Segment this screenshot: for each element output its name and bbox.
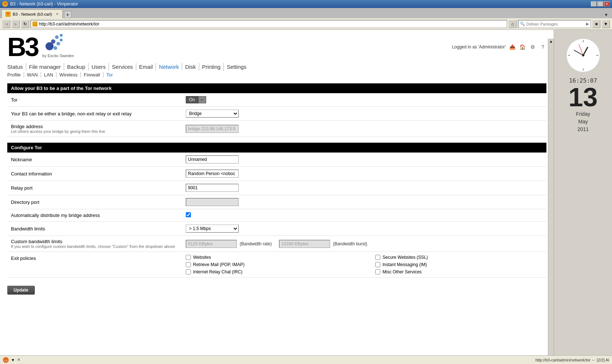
menu-button[interactable]: ▼ <box>602 20 610 28</box>
exit-policy-irc[interactable]: Internet Relay Chat (IRC) <box>186 269 353 274</box>
main-nav: Status File manager Backup Users Service… <box>7 63 546 71</box>
nav-status[interactable]: Status <box>7 63 26 71</box>
svg-point-1 <box>60 34 63 37</box>
subnav-lan[interactable]: LAN <box>41 72 56 78</box>
forward-button[interactable]: ▶ <box>12 20 20 28</box>
nickname-input[interactable] <box>186 155 239 163</box>
reload-button[interactable]: ↻ <box>21 20 29 28</box>
maximize-button[interactable]: □ <box>597 1 603 7</box>
update-button[interactable]: Update <box>7 286 35 294</box>
nav-disk[interactable]: Disk <box>182 63 199 71</box>
contact-row: Contact information <box>7 167 546 181</box>
scroll-up-button[interactable]: ▲ <box>549 39 553 43</box>
home-nav-button[interactable]: 🏠 <box>519 43 526 51</box>
checkbox-im[interactable] <box>375 262 380 267</box>
directory-port-label: Directory port <box>7 195 182 209</box>
svg-point-6 <box>54 46 57 50</box>
relay-port-input[interactable] <box>186 184 239 192</box>
nav-email[interactable]: Email <box>136 63 156 71</box>
sub-nav: Profile WAN LAN Wireless Firewall Tor <box>7 72 546 78</box>
contact-label: Contact information <box>7 167 182 181</box>
content-area: B3 by Excito Sweden Logged <box>0 30 554 355</box>
bandwidth-burst-input[interactable] <box>279 240 330 248</box>
exit-policy-misc[interactable]: Misc Other Services <box>375 269 543 274</box>
search-input[interactable] <box>526 22 585 26</box>
exit-policy-ssl[interactable]: Secure Websites (SSL) <box>375 255 543 260</box>
directory-port-row: Directory port <box>7 195 546 209</box>
clock-month: May <box>576 118 590 126</box>
search-engine-icon: 🔍 <box>520 21 525 26</box>
tab-label: B3 - Network (b3-carl) <box>13 12 52 16</box>
analog-clock <box>565 37 601 74</box>
exit-policy-mail[interactable]: Retrieve Mail (POP, IMAP) <box>186 262 353 267</box>
home-button[interactable]: ⌂ <box>509 20 517 28</box>
excito-logo-group: by Excito Sweden <box>42 33 74 58</box>
nav-services[interactable]: Services <box>109 63 136 71</box>
search-bar[interactable]: 🔍 ▶ <box>518 20 591 28</box>
nav-printing[interactable]: Printing <box>199 63 224 71</box>
custom-bw-label: Custom bandwidth limits <box>11 239 62 244</box>
logged-in-text: Logged in as 'Administrator' <box>452 44 506 50</box>
excito-text: by Excito Sweden <box>42 54 74 58</box>
tor-allow-table: Tor On ← Your B3 can be either a bridge,… <box>7 93 546 137</box>
bridge-address-desc: Let others access your bridge by giving … <box>11 129 178 134</box>
search-submit-icon[interactable]: ▶ <box>586 22 589 26</box>
directory-port-input[interactable] <box>186 198 239 206</box>
auto-distribute-checkbox[interactable] <box>186 212 191 217</box>
subnav-wan[interactable]: WAN <box>24 72 41 78</box>
tab-list-button[interactable]: ▼ <box>602 12 611 18</box>
contact-input[interactable] <box>186 170 239 178</box>
close-button[interactable]: ✕ <box>604 1 610 7</box>
tor-toggle[interactable]: On ← <box>186 96 206 103</box>
exit-policy-websites[interactable]: Websites <box>186 255 353 260</box>
nav-backup[interactable]: Backup <box>64 63 89 71</box>
tor-row: Tor On ← <box>7 93 546 107</box>
tab-close-icon[interactable]: ✕ <box>56 12 59 16</box>
nav-network[interactable]: Network <box>156 63 182 71</box>
tor-toggle-arrow[interactable]: ← <box>198 96 206 103</box>
relay-type-label: Your B3 can be either a bridge, non-exit… <box>7 107 182 121</box>
checkbox-mail[interactable] <box>186 262 191 267</box>
bridge-address-row: Bridge address Let others access your br… <box>7 121 546 137</box>
checkbox-irc[interactable] <box>186 269 191 274</box>
logout-button[interactable]: 📤 <box>509 43 516 51</box>
subnav-wireless[interactable]: Wireless <box>56 72 81 78</box>
section1-header: Allow your B3 to be a part of the Tor ne… <box>7 83 546 93</box>
bandwidth-rate-input[interactable] <box>186 240 237 248</box>
b3-logo: B3 <box>7 34 38 60</box>
minimize-button[interactable]: _ <box>591 1 597 7</box>
subnav-firewall[interactable]: Firewall <box>81 72 103 78</box>
exit-policy-im[interactable]: Instant Messaging (IM) <box>375 262 543 267</box>
nav-settings[interactable]: Settings <box>224 63 249 71</box>
url-bar[interactable]: 🔒 <box>31 20 507 28</box>
checkbox-ssl[interactable] <box>375 255 380 260</box>
svg-point-5 <box>46 42 54 50</box>
label-im: Instant Messaging (IM) <box>382 262 427 267</box>
browser-tab[interactable]: 🦊 B3 - Network (b3-carl) ✕ <box>1 9 63 18</box>
bridge-address-label: Bridge address <box>11 124 43 129</box>
relay-type-select[interactable]: Bridge Non-exit relay Exit relay <box>186 110 239 118</box>
exit-policies-grid: Websites Secure Websites (SSL) Retrieve … <box>186 255 543 274</box>
bandwidth-limits-select[interactable]: > 1.5 Mbps Custom 512 Kbps 1 Mbps <box>186 225 239 233</box>
nav-filemanager[interactable]: File manager <box>26 63 64 71</box>
bandwidth-rate-label: (Bandwidth rate) <box>240 241 272 246</box>
tor-label: Tor <box>7 93 182 107</box>
back-button[interactable]: ◀ <box>2 20 10 28</box>
new-tab-button[interactable]: + <box>64 11 71 18</box>
bridge-address-input[interactable] <box>186 125 239 133</box>
checkbox-misc[interactable] <box>375 269 380 274</box>
tor-status-label: On <box>186 96 198 103</box>
bookmark-button[interactable]: ★ <box>592 20 600 28</box>
main-layout: ▲ B3 by Excito Sweden <box>0 30 612 355</box>
checkbox-websites[interactable] <box>186 255 191 260</box>
subnav-tor[interactable]: Tor <box>103 72 116 78</box>
auto-distribute-row: Automatically distribute my bridge addre… <box>7 209 546 222</box>
nav-users[interactable]: Users <box>89 63 109 71</box>
help-button[interactable]: ? <box>539 43 546 51</box>
subnav-profile[interactable]: Profile <box>7 72 24 78</box>
status-close-icon[interactable]: ✕ <box>17 357 20 362</box>
url-input[interactable] <box>39 21 505 27</box>
title-bar: 🦊 B3 - Network (b3-carl) - Vimperator _ … <box>0 0 612 8</box>
settings-nav-button[interactable]: ⚙ <box>529 43 536 51</box>
nickname-label: Nickname <box>7 153 182 167</box>
